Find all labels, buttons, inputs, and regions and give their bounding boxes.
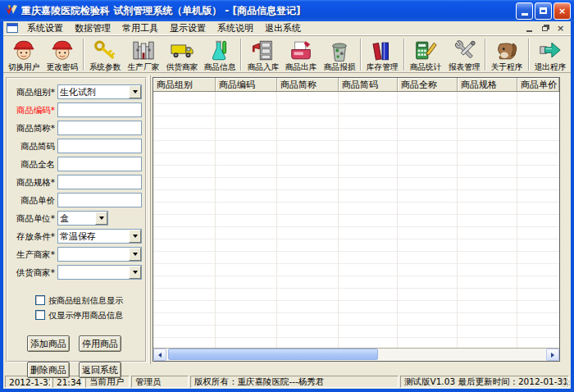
form-row-product-fullname: 商品全名	[7, 155, 145, 173]
column-header[interactable]: 商品全称	[398, 78, 458, 91]
field-label: 商品简码	[16, 140, 56, 152]
form-row-product-code: 商品编码*	[7, 101, 145, 119]
column-header[interactable]: 商品规格	[458, 78, 517, 91]
menu-system-help[interactable]: 系统说明	[212, 21, 259, 35]
scroll-right-button[interactable]	[546, 349, 559, 361]
menu-system-settings[interactable]: 系统设置	[21, 21, 69, 35]
menu-common-tools[interactable]: 常用工具	[116, 21, 164, 35]
checkbox-show-by-group[interactable]: 按商品组别信息显示	[7, 293, 145, 308]
maximize-button[interactable]	[535, 2, 552, 20]
panel-splitter[interactable]	[148, 75, 151, 364]
toolbar-separator	[360, 39, 362, 71]
stock-out-icon	[289, 39, 313, 62]
toolbar-supplier-button[interactable]: 供货商家	[162, 37, 201, 72]
column-header[interactable]: 商品编码	[216, 78, 277, 91]
column-header[interactable]: 商品组别	[153, 78, 216, 91]
form-row-product-price: 商品单价	[7, 191, 145, 209]
statistics-calculator-icon	[413, 39, 438, 62]
product-info-flask-icon	[207, 39, 232, 62]
product-code-input[interactable]	[57, 103, 142, 117]
scrollbar-thumb[interactable]	[168, 349, 378, 360]
system-params-key-icon	[93, 39, 117, 62]
menu-exit-system[interactable]: 退出系统	[259, 21, 307, 35]
mdi-child-icon[interactable]	[7, 23, 18, 33]
product-price-input[interactable]	[57, 193, 142, 207]
column-header[interactable]: 商品简称	[277, 78, 339, 91]
toolbar-product-info-button[interactable]: 商品信息	[201, 37, 239, 72]
field-label: 生产商家*	[16, 248, 56, 260]
table-body-empty[interactable]	[153, 92, 559, 348]
form-row-storage-condition: 存放条件* 常温保存	[7, 227, 145, 245]
scrollbar-track[interactable]	[166, 349, 546, 361]
mdi-restore-button[interactable]	[540, 23, 550, 33]
toolbar-inventory-button[interactable]: 库存管理	[363, 37, 402, 72]
add-product-button[interactable]: 添加商品	[27, 335, 70, 352]
disable-product-button[interactable]: 停用商品	[79, 335, 121, 352]
minimize-button[interactable]	[516, 2, 533, 20]
toolbar-system-params-button[interactable]: 系统参数	[86, 37, 125, 72]
toolbar-separator	[83, 39, 84, 71]
product-shortname-input[interactable]	[57, 121, 142, 135]
product-group-combo[interactable]: 生化试剂	[57, 84, 142, 99]
toolbar-about-button[interactable]: 关于程序	[488, 37, 526, 72]
toolbar-separator	[485, 39, 486, 71]
checkbox-icon[interactable]	[35, 310, 45, 320]
field-label: 商品单位*	[16, 212, 56, 224]
toolbar-separator	[240, 39, 242, 71]
chevron-down-icon[interactable]	[129, 266, 141, 279]
toolbar-report-manage-button[interactable]: 报表管理	[444, 37, 483, 72]
menu-display-settings[interactable]: 显示设置	[164, 21, 212, 35]
field-label: 存放条件*	[16, 230, 56, 242]
checkbox-icon[interactable]	[35, 295, 45, 305]
field-label: 商品简称*	[16, 122, 56, 134]
storage-condition-combo[interactable]: 常温保存	[57, 229, 142, 244]
stock-in-cabinet-icon	[251, 39, 276, 62]
supplier-combo[interactable]	[57, 265, 142, 280]
close-button[interactable]: ×	[554, 2, 571, 20]
column-header[interactable]: 商品简码	[339, 78, 398, 91]
product-spec-input[interactable]	[57, 175, 142, 189]
toolbar-statistics-button[interactable]: 商品统计	[407, 37, 445, 72]
toolbar-manufacturer-button[interactable]: 生产厂家	[125, 37, 163, 72]
chevron-down-icon[interactable]	[129, 230, 141, 243]
mdi-minimize-button[interactable]	[524, 23, 535, 33]
horizontal-scrollbar[interactable]	[153, 348, 559, 361]
form-row-manufacturer: 生产商家*	[7, 245, 145, 263]
field-label: 商品全名	[16, 158, 56, 170]
product-shortcode-input[interactable]	[57, 139, 142, 153]
window-frame-bottom	[0, 389, 574, 392]
toolbar-stock-in-button[interactable]: 商品入库	[244, 37, 282, 72]
app-logo-icon	[4, 4, 18, 17]
form-row-product-shortcode: 商品简码	[7, 137, 145, 155]
product-table: 商品组别 商品编码 商品简称 商品简码 商品全称 商品规格 商品单价	[153, 77, 560, 362]
column-header[interactable]: 商品单价	[517, 78, 559, 91]
form-row-product-spec: 商品规格*	[7, 173, 145, 191]
delete-product-button[interactable]: 删除商品	[27, 362, 70, 378]
product-fullname-input[interactable]	[57, 157, 142, 171]
product-form-panel: 商品组别* 生化试剂 商品编码* 商品简称* 商品简码	[6, 77, 147, 362]
form-row-product-shortname: 商品简称*	[7, 119, 145, 137]
toolbar-exit-button[interactable]: 退出程序	[531, 37, 570, 72]
chevron-down-icon[interactable]	[129, 248, 141, 261]
combo-value: 盒	[58, 212, 95, 225]
toolbar-stock-out-button[interactable]: 商品出库	[282, 37, 321, 72]
field-label: 供货商家*	[16, 267, 56, 278]
toolbar-damage-report-button[interactable]: 商品报损	[321, 37, 359, 72]
mdi-close-button[interactable]: ×	[555, 23, 566, 33]
return-system-button[interactable]: 返回系统	[79, 362, 121, 378]
menu-data-management[interactable]: 数据管理	[69, 21, 116, 35]
form-row-supplier: 供货商家*	[7, 263, 145, 281]
toolbar-change-password-button[interactable]: 更改密码	[43, 37, 82, 72]
chevron-down-icon[interactable]	[129, 85, 141, 98]
resize-grip[interactable]	[562, 379, 570, 387]
scroll-left-button[interactable]	[153, 349, 166, 361]
manufacturer-combo[interactable]	[57, 247, 142, 262]
form-row-product-group: 商品组别* 生化试剂	[7, 83, 145, 101]
product-unit-combo[interactable]: 盒	[57, 211, 108, 226]
about-squirrel-icon	[494, 39, 519, 62]
toolbar-switch-user-button[interactable]: 切换用户	[5, 37, 43, 72]
toolbar: 切换用户 更改密码 系统参数	[3, 35, 571, 73]
chevron-down-icon[interactable]	[95, 212, 107, 225]
checkbox-show-disabled-only[interactable]: 仅显示停用商品信息	[7, 308, 145, 322]
toolbar-separator	[403, 39, 405, 71]
